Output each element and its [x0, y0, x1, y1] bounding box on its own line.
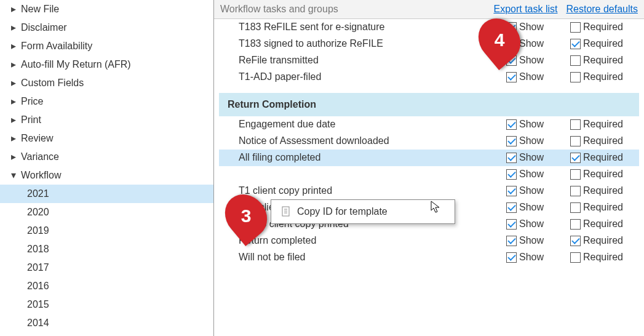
show-checkbox[interactable]: Show: [506, 202, 570, 213]
sidebar: ▸New File ▸Disclaimer ▸Form Availability…: [0, 0, 214, 336]
required-checkbox[interactable]: Required: [570, 22, 634, 33]
required-checkbox[interactable]: Required: [570, 38, 634, 49]
tree-item-new-file[interactable]: ▸New File: [0, 0, 213, 18]
required-checkbox[interactable]: Required: [570, 119, 634, 130]
show-text: Show: [519, 38, 544, 49]
tree-item-print[interactable]: ▸Print: [0, 111, 213, 129]
required-checkbox[interactable]: Required: [570, 55, 634, 66]
chevron-right-icon: ▸: [11, 57, 18, 72]
task-label: ReFile transmitted: [239, 55, 506, 66]
task-row[interactable]: Return completed Show Required: [219, 233, 639, 249]
required-text: Required: [583, 38, 623, 49]
show-checkbox[interactable]: Show: [506, 235, 570, 246]
tree-item-price[interactable]: ▸Price: [0, 92, 213, 111]
tree-child-2017[interactable]: 2017: [0, 258, 213, 277]
required-checkbox[interactable]: Required: [570, 235, 634, 246]
tree-child-2018[interactable]: 2018: [0, 240, 213, 258]
tree-label: Auto-fill My Return (AFR): [21, 57, 131, 72]
tree-child-2016[interactable]: 2016: [0, 277, 213, 295]
task-row[interactable]: Notice of Assessment downloaded Show Req…: [219, 133, 639, 150]
task-row[interactable]: T183 signed to authorize ReFILE Show Req…: [219, 36, 639, 52]
task-row[interactable]: ReFile transmitted Show Required: [219, 52, 639, 69]
required-checkbox[interactable]: Required: [570, 185, 634, 196]
show-checkbox[interactable]: Show: [506, 119, 570, 130]
task-list: T183 ReFILE sent for e-signature Show Re…: [214, 19, 644, 266]
tree-item-afr[interactable]: ▸Auto-fill My Return (AFR): [0, 55, 213, 74]
show-text: Show: [519, 119, 544, 130]
tree-label: Disclaimer: [21, 20, 67, 35]
mouse-cursor-icon: [431, 201, 442, 217]
restore-defaults-link[interactable]: Restore defaults: [566, 4, 638, 15]
show-checkbox[interactable]: Show: [506, 71, 570, 82]
show-checkbox[interactable]: Show: [506, 185, 570, 196]
required-checkbox[interactable]: Required: [570, 202, 634, 213]
chevron-right-icon: ▸: [11, 20, 18, 35]
tree-item-variance[interactable]: ▸Variance: [0, 148, 213, 166]
task-row-selected[interactable]: All filing completed Show Required: [219, 150, 639, 166]
tree-label: Custom Fields: [21, 76, 84, 90]
tree-item-form-availability[interactable]: ▸Form Availability: [0, 37, 213, 55]
show-text: Show: [519, 169, 544, 180]
required-text: Required: [583, 22, 623, 33]
tree-item-review[interactable]: ▸Review: [0, 129, 213, 148]
tree-child-label: 2018: [27, 242, 49, 257]
tree-label: Workflow: [21, 168, 62, 183]
required-checkbox[interactable]: Required: [570, 135, 634, 146]
task-row[interactable]: Engagement due date Show Required: [219, 116, 639, 133]
badge-text: 4: [495, 30, 505, 50]
tree-child-2015[interactable]: 2015: [0, 295, 213, 314]
task-label: T183 ReFILE sent for e-signature: [239, 22, 506, 33]
tree-child-2014[interactable]: 2014: [0, 314, 213, 332]
tree-item-disclaimer[interactable]: ▸Disclaimer: [0, 18, 213, 37]
chevron-right-icon: ▸: [11, 131, 18, 146]
show-checkbox[interactable]: Show: [506, 152, 570, 163]
tree-child-2013[interactable]: 2013: [0, 332, 213, 336]
task-row[interactable]: T1-ADJ paper-filed Show Required: [219, 69, 639, 86]
tree-child-2021[interactable]: 2021: [0, 185, 213, 203]
required-text: Required: [583, 235, 623, 246]
tree-child-2019[interactable]: 2019: [0, 222, 213, 240]
required-checkbox[interactable]: Required: [570, 152, 634, 163]
chevron-down-icon: ▾: [11, 168, 18, 183]
tree-label: Price: [21, 94, 43, 109]
tree-child-2020[interactable]: 2020: [0, 203, 213, 222]
show-checkbox[interactable]: Show: [506, 218, 570, 230]
panel-header: Workflow tasks and groups Export task li…: [214, 0, 644, 19]
tree-label: Form Availability: [21, 39, 92, 54]
task-row[interactable]: T1 client copy printed Show Required: [219, 183, 639, 199]
task-label: All filing completed: [239, 152, 506, 163]
tree-item-workflow[interactable]: ▾Workflow: [0, 166, 213, 185]
show-text: Show: [519, 22, 544, 33]
group-header-return-completion[interactable]: Return Completion: [219, 93, 639, 116]
show-text: Show: [519, 218, 544, 230]
task-label: Return completed: [239, 235, 506, 246]
tree-label: New File: [21, 2, 59, 17]
required-text: Required: [583, 169, 623, 180]
show-checkbox[interactable]: Show: [506, 252, 570, 263]
task-row[interactable]: Show Required: [219, 166, 639, 183]
chevron-right-icon: ▸: [11, 150, 18, 164]
export-task-list-link[interactable]: Export task list: [493, 4, 557, 15]
show-text: Show: [519, 71, 544, 82]
task-label: T183 signed to authorize ReFILE: [239, 38, 506, 49]
task-label: T1-ADJ paper-filed: [239, 71, 506, 82]
task-label: T1 client copy printed: [239, 185, 506, 196]
show-checkbox[interactable]: Show: [506, 169, 570, 180]
tree-item-custom-fields[interactable]: ▸Custom Fields: [0, 74, 213, 92]
task-row[interactable]: T183 ReFILE sent for e-signature Show Re…: [219, 19, 639, 36]
task-row[interactable]: Will not be filed Show Required: [219, 249, 639, 266]
show-text: Show: [519, 252, 544, 263]
required-checkbox[interactable]: Required: [570, 71, 634, 82]
required-checkbox[interactable]: Required: [570, 218, 634, 230]
tree-label: Review: [21, 131, 53, 146]
show-checkbox[interactable]: Show: [506, 135, 570, 146]
required-checkbox[interactable]: Required: [570, 252, 634, 263]
menu-item-copy-id[interactable]: Copy ID for template: [274, 204, 452, 220]
panel-title: Workflow tasks and groups: [220, 4, 485, 15]
tree-child-label: 2021: [27, 186, 49, 201]
tree-label: Print: [21, 113, 41, 127]
required-checkbox[interactable]: Required: [570, 169, 634, 180]
show-text: Show: [519, 202, 544, 213]
show-checkbox[interactable]: Show: [506, 55, 570, 66]
tree-label: Variance: [21, 150, 59, 164]
